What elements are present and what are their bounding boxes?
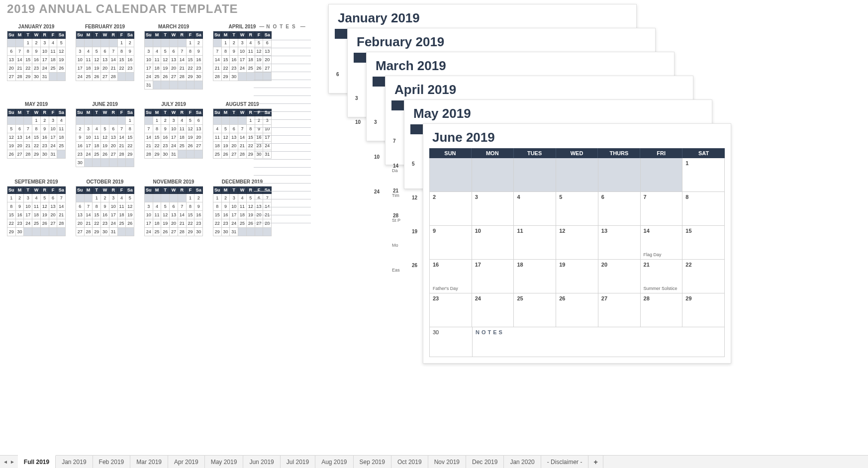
notes-line[interactable] [254,64,311,72]
notes-line[interactable] [254,112,311,120]
sheet-tab[interactable]: Jul 2019 [281,456,315,468]
sheet-tab[interactable]: Dec 2019 [466,456,504,468]
mini-day-cell: 29 [7,228,16,236]
day-cell[interactable]: 28 [641,293,683,327]
day-cell[interactable]: 10 [472,226,514,260]
mini-day-cell: 7 [238,125,247,133]
mini-day-cell: 31 [109,228,118,236]
day-cell[interactable]: 16Father's Day [430,260,472,293]
sheet-tab[interactable]: Oct 2019 [391,456,428,468]
mini-day-cell: 14 [85,211,93,219]
day-cell[interactable]: 20 [598,260,641,293]
notes-line[interactable] [254,184,311,191]
day-cell[interactable]: 19 [556,260,598,293]
day-cell[interactable] [641,158,683,192]
sheet-tab[interactable]: Apr 2019 [168,456,205,468]
day-cell[interactable]: 15 [682,226,725,260]
add-sheet-button[interactable]: + [588,456,603,468]
day-cell[interactable]: 12 [556,226,598,260]
day-cell[interactable]: 4 [514,192,556,226]
day-cell[interactable]: 2 [430,192,472,226]
notes-line[interactable] [254,136,311,144]
day-cell[interactable] [598,158,641,192]
day-cell[interactable]: 11 [514,226,556,260]
mini-day-cell: 16 [126,56,134,64]
day-cell[interactable]: 23 [430,293,472,327]
day-cell[interactable]: 27 [598,293,641,327]
mini-weekday-header: T [161,109,170,116]
day-cell[interactable]: 22 [682,260,725,293]
tab-prev-icon[interactable]: ◄ [3,459,8,465]
sheet-tab[interactable]: May 2019 [205,456,244,468]
day-number: 10 [475,228,511,234]
day-cell[interactable] [514,158,556,192]
notes-line[interactable] [254,88,311,96]
sheet-tab[interactable]: Jan 2020 [504,456,541,468]
notes-line[interactable] [254,199,311,207]
day-cell[interactable]: 9 [430,226,472,260]
day-cell[interactable]: 18 [514,260,556,293]
sheet-tab[interactable]: Nov 2019 [428,456,466,468]
notes-line[interactable] [254,176,311,184]
notes-line[interactable] [254,207,311,215]
notes-line[interactable] [254,144,311,152]
notes-line[interactable] [254,96,311,104]
day-number: 18 [517,262,553,268]
mini-day-cell: 14 [213,56,222,64]
mini-day-cell: 7 [145,125,153,133]
notes-line[interactable] [254,215,311,223]
sheet-tab[interactable]: Feb 2019 [93,456,131,468]
sheet-tab[interactable]: Sep 2019 [354,456,391,468]
mini-day-cell: 5 [7,125,16,133]
mini-day-cell: 24 [238,64,247,73]
notes-line[interactable] [254,152,311,160]
notes-line[interactable] [254,191,311,199]
sheet-tab[interactable]: Jun 2019 [243,456,280,468]
day-cell[interactable]: 17 [472,260,514,293]
day-cell[interactable] [472,158,514,192]
day-cell[interactable]: 1 [682,158,725,192]
mini-weekday-header: Su [213,31,222,39]
notes-line[interactable] [254,120,311,128]
notes-line[interactable] [254,104,311,112]
day-cell[interactable]: 8 [682,192,725,226]
day-cell[interactable]: 24 [472,293,514,327]
day-cell[interactable]: 30 [430,327,473,357]
sheet-tab[interactable]: Jan 2019 [56,456,93,468]
sheet-tab[interactable]: - Disclaimer - [541,456,589,468]
notes-cell[interactable]: NOTES [473,327,725,357]
mini-day-cell: 16 [194,211,203,219]
mini-day-cell: 12 [161,56,170,64]
day-cell[interactable]: 14Flag Day [641,226,683,260]
day-cell[interactable]: 25 [514,293,556,327]
day-cell[interactable]: 21Summer Solstice [641,260,683,293]
day-cell[interactable] [556,158,598,192]
day-cell[interactable]: 7 [641,192,683,226]
sheet-tab[interactable]: Full 2019 [18,455,56,468]
notes-line[interactable] [254,72,311,80]
day-cell[interactable]: 13 [598,226,641,260]
notes-line[interactable] [254,56,311,64]
day-cell[interactable]: 26 [556,293,598,327]
notes-line[interactable] [254,168,311,176]
day-cell[interactable]: 3 [472,192,514,226]
notes-line[interactable] [254,32,311,40]
notes-line[interactable] [254,160,311,168]
notes-line[interactable] [254,48,311,56]
mini-day-cell: 21 [85,219,93,228]
day-cell[interactable]: 29 [682,293,725,327]
notes-line[interactable] [254,40,311,48]
day-cell[interactable] [430,158,472,192]
sheet-tab[interactable]: Aug 2019 [315,456,353,468]
notes-line[interactable] [254,128,311,136]
day-cell[interactable]: 6 [598,192,641,226]
mini-day-cell: 3 [41,39,49,47]
sheet-tab[interactable]: Mar 2019 [130,456,168,468]
mini-day-cell: 3 [24,194,32,202]
mini-day-cell: 23 [32,64,41,73]
day-number: 28 [644,295,679,301]
day-cell[interactable]: 5 [556,192,598,226]
tab-next-icon[interactable]: ► [10,459,15,465]
notes-line[interactable] [254,80,311,88]
mini-weekday-header: Sa [126,31,134,39]
